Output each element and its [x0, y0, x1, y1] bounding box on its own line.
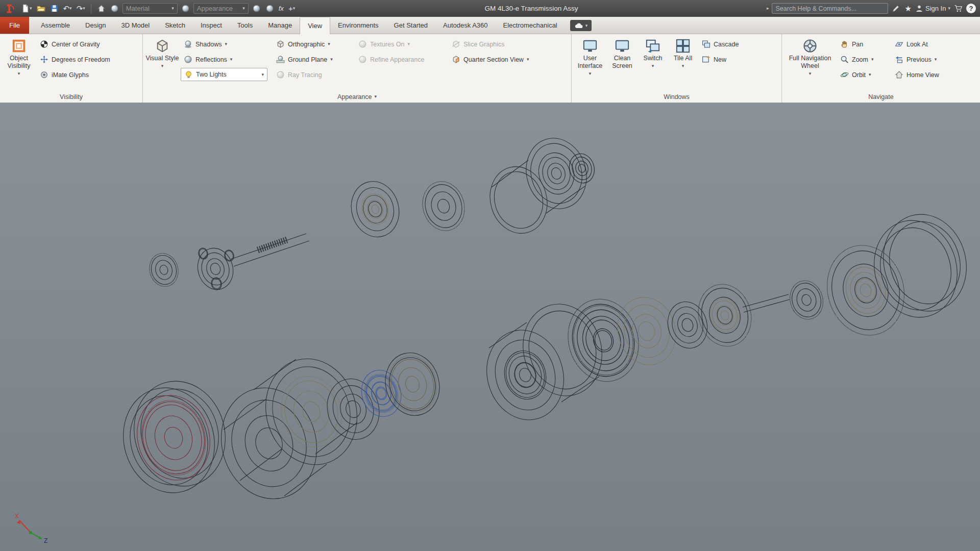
adjust-appearance-icon[interactable]	[251, 3, 262, 15]
slice-graphics-button: Slice Graphics	[449, 37, 556, 51]
tab-autodesk-a360[interactable]: Autodesk A360	[435, 17, 495, 34]
inventor-logo-icon	[4, 2, 16, 15]
appearance-combo[interactable]: Appearance▾	[193, 3, 249, 14]
navigation-wheel-icon	[802, 38, 818, 54]
previous-view-button[interactable]: Previous▾	[892, 53, 956, 66]
assembly-wireframe[interactable]	[0, 103, 980, 551]
ribbon-tab-bar: File Assemble Design 3D Model Sketch Ins…	[0, 17, 980, 34]
cascade-button[interactable]: Cascade	[699, 37, 742, 51]
object-visibility-icon	[11, 38, 27, 54]
tab-get-started[interactable]: Get Started	[386, 17, 435, 34]
quarter-section-view-button[interactable]: Quarter Section View▾	[449, 53, 556, 66]
switch-windows-button[interactable]: Switch ▾	[639, 36, 667, 88]
search-input[interactable]	[772, 3, 888, 14]
save-button[interactable]	[49, 3, 60, 15]
switch-windows-icon	[645, 38, 660, 54]
quarter-section-icon	[452, 55, 460, 64]
store-cart-icon[interactable]	[953, 3, 964, 15]
visual-style-button[interactable]: Visual Style ▾	[145, 36, 179, 88]
pen-icon[interactable]	[891, 3, 901, 15]
shadows-button[interactable]: Shadows▾	[181, 37, 272, 51]
ribbon-group-appearance: Visual Style ▾ Shadows▾ Reflections▾ Two…	[143, 34, 572, 103]
sign-in-button[interactable]: Sign In ▾	[915, 5, 950, 13]
appearance-group-label[interactable]: Appearance▾	[143, 91, 571, 103]
appearance-sphere-icon[interactable]	[180, 3, 191, 15]
imate-glyph-icon	[40, 70, 48, 79]
ribbon-group-navigate: Full Navigation Wheel ▾ Pan Zoom▾ Orbit▾	[782, 34, 980, 103]
axis-triad: X Z	[12, 512, 53, 545]
title-expand-icon[interactable]: ▸	[767, 6, 769, 11]
tab-environments[interactable]: Environments	[330, 17, 386, 34]
center-of-gravity-button[interactable]: Center of Gravity	[37, 37, 113, 51]
refine-appearance-button: Refine Appearance	[355, 53, 447, 66]
tab-sketch[interactable]: Sketch	[157, 17, 193, 34]
viewport-3d[interactable]: X Z	[0, 103, 980, 551]
lower-assembly[interactable]	[111, 205, 978, 510]
orthographic-button[interactable]: Orthographic▾	[273, 37, 354, 51]
tab-electromechanical[interactable]: Electromechanical	[496, 17, 565, 34]
axis-z-label: Z	[44, 537, 47, 544]
home-view-button[interactable]: Home View	[892, 68, 956, 82]
help-icon[interactable]: ?	[966, 4, 976, 13]
tab-design[interactable]: Design	[78, 17, 113, 34]
two-lights-icon	[184, 70, 193, 79]
clear-appearance-icon[interactable]	[264, 3, 275, 15]
zoom-button[interactable]: Zoom▾	[837, 53, 890, 66]
ray-tracing-icon	[276, 70, 285, 79]
title-bar: ▾ ↶▾ ↷▾ Material▾ Appearance▾ fx +▾ GM 4…	[0, 0, 980, 17]
tab-tools[interactable]: Tools	[230, 17, 260, 34]
new-window-icon	[702, 55, 710, 64]
tab-file[interactable]: File	[0, 17, 29, 34]
pan-hand-icon	[840, 40, 849, 48]
tab-3d-model[interactable]: 3D Model	[114, 17, 158, 34]
tab-view[interactable]: View	[300, 17, 330, 34]
lighting-style-value: Two Lights	[196, 71, 227, 78]
material-combo[interactable]: Material▾	[122, 3, 178, 14]
ribbon-group-windows: User Interface ▾ Clean Screen Switch ▾ T…	[572, 34, 782, 103]
previous-view-icon	[895, 55, 903, 64]
appearance-combo-label: Appearance	[197, 5, 233, 12]
tab-manage[interactable]: Manage	[260, 17, 300, 34]
look-at-button[interactable]: Look At	[892, 37, 956, 51]
degrees-of-freedom-button[interactable]: Degrees of Freedom	[37, 53, 113, 66]
tile-all-icon	[675, 38, 691, 54]
favorites-star-icon[interactable]: ★	[904, 3, 913, 15]
full-navigation-wheel-button[interactable]: Full Navigation Wheel ▾	[785, 36, 836, 88]
pan-button[interactable]: Pan	[837, 37, 890, 51]
add-quick-access-button[interactable]: +▾	[287, 3, 296, 15]
home-view-icon	[895, 70, 903, 79]
slice-graphics-icon	[452, 40, 460, 48]
tab-inspect[interactable]: Inspect	[193, 17, 230, 34]
tab-assemble[interactable]: Assemble	[33, 17, 78, 34]
orthographic-icon	[276, 40, 285, 48]
user-interface-icon	[582, 38, 598, 54]
center-of-gravity-icon	[40, 40, 48, 48]
upper-assembly[interactable]	[145, 131, 598, 294]
refine-appearance-icon	[358, 55, 367, 64]
render-icon[interactable]	[109, 3, 120, 15]
cascade-icon	[702, 40, 710, 48]
reflections-icon	[184, 55, 192, 64]
textures-icon	[358, 40, 367, 48]
redo-button[interactable]: ↷▾	[76, 3, 86, 15]
reflections-button[interactable]: Reflections▾	[181, 53, 272, 66]
user-interface-button[interactable]: User Interface ▾	[574, 36, 606, 88]
axis-x-label: X	[15, 513, 19, 520]
open-file-button[interactable]	[36, 3, 46, 15]
undo-button[interactable]: ↶▾	[62, 3, 73, 15]
ribbon-group-visibility: Object Visibility ▾ Center of Gravity De…	[0, 34, 143, 103]
lighting-style-combo[interactable]: Two Lights ▾	[181, 68, 267, 81]
clean-screen-button[interactable]: Clean Screen	[607, 36, 637, 88]
orbit-button[interactable]: Orbit▾	[837, 68, 890, 82]
a360-cloud-button[interactable]: ▾	[570, 20, 592, 31]
tile-all-button[interactable]: Tile All ▾	[669, 36, 697, 88]
parameters-fx-button[interactable]: fx	[278, 3, 285, 15]
windows-group-label: Windows	[572, 91, 781, 103]
imate-glyphs-button[interactable]: iMate Glyphs	[37, 68, 113, 82]
visual-style-icon	[155, 38, 170, 54]
new-window-button[interactable]: New	[699, 53, 742, 66]
new-file-button[interactable]: ▾	[20, 3, 33, 15]
home-button[interactable]	[96, 3, 107, 15]
object-visibility-button[interactable]: Object Visibility ▾	[3, 36, 35, 88]
ground-plane-button[interactable]: Ground Plane▾	[273, 53, 354, 66]
